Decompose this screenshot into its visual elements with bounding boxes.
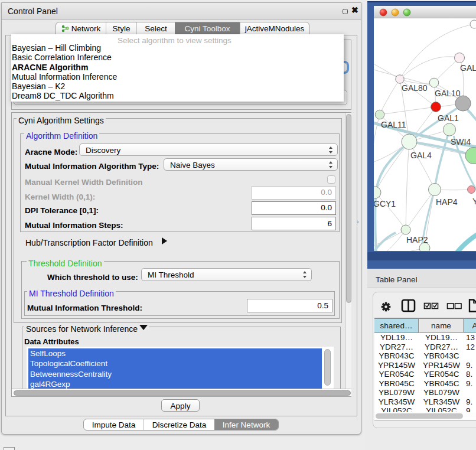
svg-text:Y: Y [472, 197, 476, 206]
svg-text:GAL2: GAL2 [460, 63, 476, 73]
svg-text:GAL1: GAL1 [438, 113, 459, 123]
svg-text:SWI4: SWI4 [451, 137, 471, 146]
svg-text:GAL4: GAL4 [410, 151, 432, 160]
svg-text:GAL80: GAL80 [402, 83, 428, 93]
svg-text:GAL11: GAL11 [381, 120, 406, 129]
svg-text:HAP4: HAP4 [436, 197, 458, 207]
svg-text:GAL10: GAL10 [435, 89, 461, 98]
svg-text:GCY1: GCY1 [373, 199, 396, 208]
svg-text:HAP2: HAP2 [406, 235, 428, 244]
